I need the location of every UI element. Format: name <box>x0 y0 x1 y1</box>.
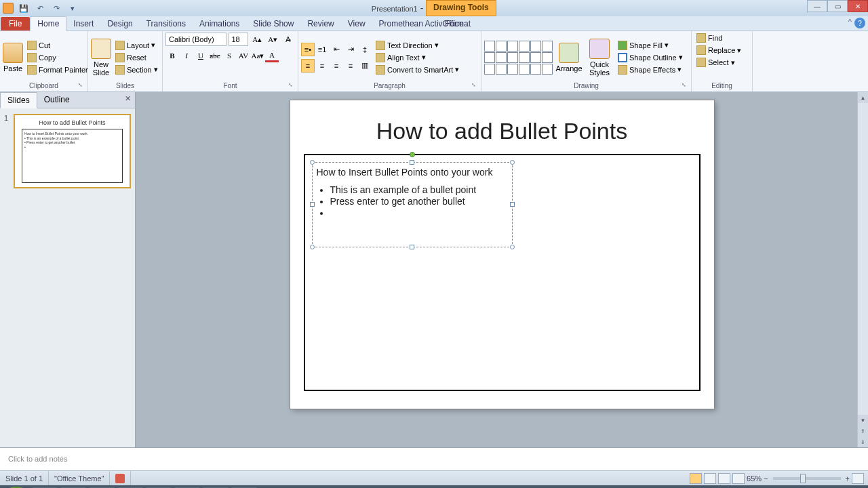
minimize-ribbon-icon[interactable]: ^ <box>848 18 852 28</box>
shape-expand-icon[interactable] <box>542 64 553 75</box>
justify-button[interactable]: ≡ <box>344 59 357 73</box>
replace-button[interactable]: Replace▾ <box>694 45 743 56</box>
vertical-scrollbar[interactable]: ▲ ▼ ⇑ ⇓ <box>857 92 868 447</box>
resize-handle-s[interactable] <box>410 245 414 249</box>
cut-button[interactable]: Cut <box>25 40 90 51</box>
reading-view-button[interactable] <box>718 473 730 484</box>
minimize-button[interactable]: — <box>807 0 827 12</box>
close-button[interactable]: ✕ <box>848 0 868 12</box>
shape-arrow-icon[interactable] <box>496 41 507 52</box>
dialog-launcher-icon[interactable]: ⤡ <box>288 82 296 90</box>
bullets-button[interactable]: ≡• <box>301 43 315 56</box>
slide-title[interactable]: How to add Bullet Points <box>304 118 701 144</box>
bullet-item-empty[interactable] <box>330 207 508 218</box>
next-slide-icon[interactable]: ⇓ <box>858 436 868 447</box>
change-case-button[interactable]: Aa▾ <box>251 49 264 62</box>
numbering-button[interactable]: ≡1 <box>315 43 329 56</box>
redo-icon[interactable]: ↷ <box>50 2 62 14</box>
align-text-button[interactable]: Align Text▾ <box>374 52 461 63</box>
tab-home[interactable]: Home <box>30 16 66 31</box>
zoom-slider[interactable] <box>773 477 841 480</box>
shrink-font-button[interactable]: A▾ <box>266 33 279 46</box>
resize-handle-sw[interactable] <box>310 245 315 249</box>
spell-check-button[interactable] <box>110 471 131 485</box>
shapes-gallery[interactable] <box>484 41 553 75</box>
fit-to-window-button[interactable] <box>852 473 864 484</box>
slideshow-view-button[interactable] <box>732 473 745 484</box>
help-icon[interactable]: ? <box>854 18 865 28</box>
align-left-button[interactable]: ≡ <box>301 59 315 73</box>
maximize-button[interactable]: ▭ <box>827 0 848 12</box>
tab-review[interactable]: Review <box>300 17 340 30</box>
tab-slideshow[interactable]: Slide Show <box>246 17 300 30</box>
clear-formatting-button[interactable]: A̶ <box>281 33 295 46</box>
shape-hexagon-icon[interactable] <box>496 64 507 75</box>
grow-font-button[interactable]: A▴ <box>250 33 264 46</box>
tab-design[interactable]: Design <box>100 17 139 30</box>
font-family-select[interactable]: Calibri (Body) <box>165 33 226 46</box>
text-direction-button[interactable]: Text Direction▾ <box>374 40 461 51</box>
copy-button[interactable]: Copy <box>25 52 90 63</box>
select-button[interactable]: Select▾ <box>694 57 737 68</box>
format-painter-button[interactable]: Format Painter <box>25 64 90 75</box>
shape-rect-icon[interactable] <box>507 41 518 52</box>
columns-button[interactable]: ▥ <box>358 59 372 73</box>
qat-dropdown-icon[interactable]: ▾ <box>66 2 79 14</box>
shape-curve-icon[interactable] <box>496 52 507 63</box>
shape-bracket-icon[interactable] <box>507 64 518 75</box>
shape-more-icon[interactable] <box>542 52 553 63</box>
layout-button[interactable]: Layout▾ <box>113 40 160 51</box>
prev-slide-icon[interactable]: ⇑ <box>858 426 868 436</box>
bold-button[interactable]: B <box>165 49 179 62</box>
save-icon[interactable]: 💾 <box>18 2 30 14</box>
resize-handle-n[interactable] <box>410 160 414 165</box>
slide-thumbnail[interactable]: 1 How to add Bullet Points How to Insert… <box>4 114 131 188</box>
shape-star-icon[interactable] <box>484 64 495 75</box>
shape-outline-button[interactable]: Shape Outline▾ <box>616 52 685 63</box>
resize-handle-e[interactable] <box>510 202 515 207</box>
italic-button[interactable]: I <box>180 49 193 62</box>
new-slide-button[interactable]: New Slide <box>91 35 111 80</box>
line-spacing-button[interactable]: ‡ <box>358 43 372 56</box>
increase-indent-button[interactable]: ⇥ <box>344 43 357 56</box>
shape-textbox-icon[interactable] <box>530 52 541 63</box>
scroll-up-icon[interactable]: ▲ <box>858 92 868 103</box>
bullet-list[interactable]: This is an example of a bullet point Pre… <box>317 184 508 218</box>
strikethrough-button[interactable]: abc <box>208 49 222 62</box>
resize-handle-ne[interactable] <box>510 160 515 165</box>
normal-view-button[interactable] <box>690 473 702 484</box>
dialog-launcher-icon[interactable]: ⤡ <box>471 82 479 90</box>
close-panel-icon[interactable]: ✕ <box>121 92 135 108</box>
undo-icon[interactable]: ↶ <box>34 2 46 14</box>
convert-smartart-button[interactable]: Convert to SmartArt▾ <box>374 64 461 75</box>
selected-textbox[interactable]: How to Insert Bullet Points onto your wo… <box>312 162 513 247</box>
resize-handle-nw[interactable] <box>310 160 315 165</box>
scroll-down-icon[interactable]: ▼ <box>858 415 868 426</box>
slides-tab[interactable]: Slides <box>0 92 37 108</box>
font-color-button[interactable]: A <box>265 49 279 62</box>
font-size-select[interactable]: 18 <box>229 33 249 46</box>
text-shadow-button[interactable]: S <box>222 49 236 62</box>
zoom-thumb[interactable] <box>800 474 806 483</box>
shape-elbow-icon[interactable] <box>484 52 495 63</box>
dialog-launcher-icon[interactable]: ⤡ <box>78 82 86 90</box>
zoom-level[interactable]: 65% <box>747 474 762 483</box>
notes-pane[interactable]: Click to add notes <box>0 447 868 470</box>
section-button[interactable]: Section▾ <box>113 64 160 75</box>
reset-button[interactable]: Reset <box>113 52 160 63</box>
character-spacing-button[interactable]: AV <box>237 49 250 62</box>
align-center-button[interactable]: ≡ <box>315 59 329 73</box>
dialog-launcher-icon[interactable]: ⤡ <box>682 82 690 90</box>
tab-file[interactable]: File <box>1 17 30 30</box>
shape-line-icon[interactable] <box>484 41 495 52</box>
resize-handle-se[interactable] <box>510 245 515 249</box>
arrange-button[interactable]: Arrange <box>555 35 583 80</box>
slide-canvas-area[interactable]: How to add Bullet Points How to Insert B… <box>136 92 868 447</box>
zoom-out-button[interactable]: − <box>764 474 768 483</box>
slide[interactable]: How to add Bullet Points How to Insert B… <box>290 100 714 409</box>
shape-fill-button[interactable]: Shape Fill▾ <box>616 40 685 51</box>
shape-oval-icon[interactable] <box>530 41 541 52</box>
underline-button[interactable]: U <box>194 49 208 62</box>
outline-tab[interactable]: Outline <box>37 92 77 108</box>
rotation-handle[interactable] <box>410 152 415 157</box>
